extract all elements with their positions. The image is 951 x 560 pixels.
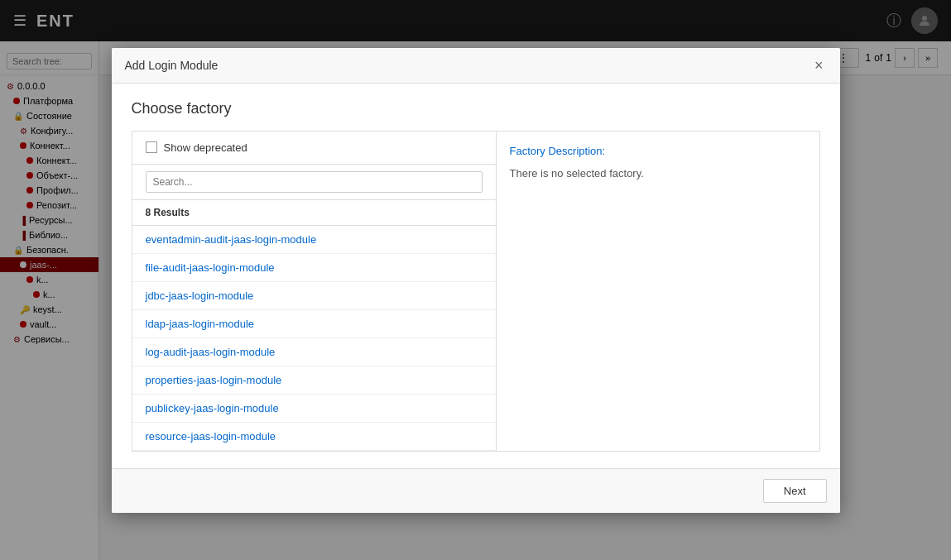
factory-list-item[interactable]: eventadmin-audit-jaas-login-module [132, 226, 496, 254]
modal-section-title: Choose factory [132, 100, 820, 117]
modal-close-button[interactable]: × [811, 58, 827, 73]
modal-header: Add Login Module × [112, 48, 840, 84]
factory-list-item[interactable]: log-audit-jaas-login-module [132, 338, 496, 366]
factory-list-item[interactable]: ldap-jaas-login-module [132, 310, 496, 338]
modal-footer: Next [112, 468, 840, 513]
factory-list-item[interactable]: properties-jaas-login-module [132, 366, 496, 395]
factory-desc-title: Factory Description: [510, 145, 806, 157]
factory-left-panel: Show deprecated 8 Results eventadmin-aud… [132, 132, 497, 451]
factory-list-item[interactable]: jdbc-jaas-login-module [132, 282, 496, 310]
factory-right-panel: Factory Description: There is no selecte… [497, 132, 819, 451]
modal-overlay: Add Login Module × Choose factory Show d… [0, 0, 951, 560]
factory-list: eventadmin-audit-jaas-login-modulefile-a… [132, 226, 496, 451]
modal-body: Choose factory Show deprecated 8 Results… [112, 84, 840, 468]
factory-search-area [132, 165, 496, 200]
modal-content-area: Show deprecated 8 Results eventadmin-aud… [132, 131, 820, 452]
next-button[interactable]: Next [763, 479, 827, 503]
factory-search-input[interactable] [146, 171, 483, 193]
factory-results-count: 8 Results [132, 200, 496, 226]
factory-list-item[interactable]: file-audit-jaas-login-module [132, 254, 496, 282]
show-deprecated-area: Show deprecated [132, 132, 496, 165]
modal-dialog: Add Login Module × Choose factory Show d… [112, 48, 840, 513]
show-deprecated-checkbox[interactable] [146, 141, 157, 153]
modal-title: Add Login Module [125, 59, 219, 72]
factory-list-item[interactable]: publickey-jaas-login-module [132, 395, 496, 423]
factory-list-item[interactable]: resource-jaas-login-module [132, 423, 496, 451]
show-deprecated-label[interactable]: Show deprecated [164, 141, 247, 154]
factory-desc-text: There is no selected factory. [510, 167, 806, 179]
